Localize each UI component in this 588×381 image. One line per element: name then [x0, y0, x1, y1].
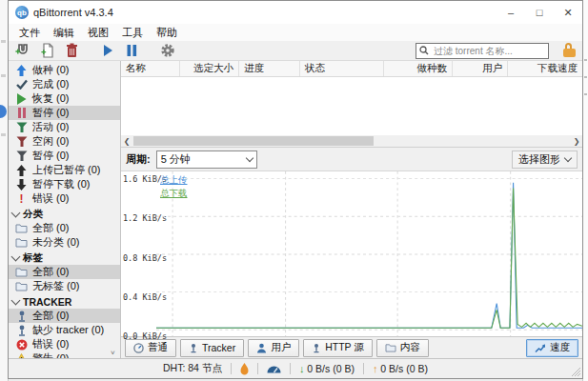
folder-icon	[15, 280, 28, 292]
sidebar-category-uncategorized[interactable]: 未分类 (0)	[9, 235, 120, 250]
minimize-button[interactable]: –	[497, 1, 525, 24]
status-bar: DHT: 84 节点 ↓ 0 B/s (0 B) ↑ 0 B/s (0 B)	[9, 358, 582, 378]
search-input[interactable]	[432, 45, 545, 57]
tags-section-header[interactable]: 标签	[9, 251, 120, 265]
sidebar-item-stalled[interactable]: 暂停 (0)	[9, 149, 120, 163]
period-combobox[interactable]: 5 分钟	[156, 150, 257, 169]
column-name[interactable]: 名称	[121, 61, 180, 76]
sidebar-category-all[interactable]: 全部 (0)	[9, 221, 120, 235]
line-chart-icon	[535, 343, 546, 353]
legend-total-upload[interactable]: 总上传	[160, 174, 188, 187]
column-down-speed[interactable]: 下载速度	[508, 61, 582, 76]
alt-speed-limits-icon[interactable]	[267, 365, 281, 373]
down-arrow-black-icon	[15, 178, 28, 190]
sidebar-item-paused[interactable]: 暂停 (0)	[9, 106, 120, 120]
graph-toolbar: 周期: 5 分钟 选择图形	[121, 148, 582, 170]
pause-icon[interactable]	[124, 43, 140, 59]
sidebar-item-seeding[interactable]: 做种 (0)	[9, 63, 120, 77]
speed-graph: 1.6 KiB/s 1.2 KiB/s 0.8 KiB/s 0.4 KiB/s …	[121, 170, 582, 337]
main-panel: 名称 选定大小 进度 状态 做种数 用户 下载速度 ❮ ❯ 周期:	[121, 61, 582, 358]
tab-peers[interactable]: 用户	[248, 339, 299, 357]
column-progress[interactable]: 进度	[239, 61, 300, 76]
sidebar-tag-all[interactable]: 全部 (0)	[9, 265, 120, 279]
add-torrent-link-icon[interactable]	[14, 43, 30, 59]
sidebar-tracker-all[interactable]: 全部 (0)	[9, 309, 120, 323]
tracker-icon	[15, 310, 28, 322]
tab-trackers[interactable]: Tracker	[180, 339, 244, 357]
sidebar-item-stalled-uploading[interactable]: 上传已暂停 (0)	[9, 163, 120, 177]
sidebar-item-stalled-downloading[interactable]: 暂停下载 (0)	[9, 177, 120, 191]
up-arrow-black-icon	[15, 164, 28, 176]
resize-grip[interactable]	[571, 367, 580, 376]
toolbar	[9, 41, 582, 61]
chevron-down-icon	[11, 209, 21, 218]
resume-icon[interactable]	[99, 43, 115, 59]
search-icon	[419, 46, 429, 55]
tab-content[interactable]: 内容	[376, 339, 429, 357]
sidebar-tracker-trackerless[interactable]: 缺少 tracker (0)	[9, 323, 120, 337]
scroll-left-icon[interactable]: ❮	[121, 135, 132, 147]
tab-http-sources[interactable]: HTTP 源	[303, 339, 373, 357]
column-selected-size[interactable]: 选定大小	[180, 61, 239, 76]
sidebar-item-inactive[interactable]: 空闲 (0)	[9, 134, 120, 149]
sidebar-tag-untagged[interactable]: 无标签 (0)	[9, 279, 120, 293]
sidebar-item-resumed[interactable]: 恢复 (0)	[9, 91, 120, 106]
person-icon	[256, 343, 267, 353]
sidebar-tracker-warning[interactable]: 警告 (0)	[9, 351, 120, 358]
add-torrent-file-icon[interactable]	[39, 43, 55, 59]
properties-tabs: 普通 Tracker 用户 HTTP 源 内容	[121, 337, 582, 358]
horizontal-scrollbar[interactable]: ❮ ❯	[121, 135, 582, 147]
menu-tools[interactable]: 工具	[115, 26, 150, 40]
sidebar-item-errored[interactable]: ! 错误 (0)	[9, 191, 120, 206]
menu-file[interactable]: 文件	[12, 26, 47, 40]
qbittorrent-window: qb qBittorrent v4.3.4 – □ ✕ 文件 编辑 视图 工具 …	[8, 0, 583, 379]
window-title: qBittorrent v4.3.4	[33, 7, 113, 18]
gauge-icon	[133, 343, 144, 353]
torrent-list-empty[interactable]	[121, 77, 582, 135]
qbittorrent-logo-icon: qb	[15, 6, 29, 19]
column-seeds[interactable]: 做种数	[384, 61, 453, 76]
sidebar-item-completed[interactable]: 完成 (0)	[9, 77, 120, 91]
download-speed-stat[interactable]: ↓ 0 B/s (0 B)	[299, 363, 355, 374]
folder-icon	[15, 266, 28, 278]
options-gear-icon[interactable]	[159, 43, 175, 59]
tab-general[interactable]: 普通	[125, 339, 176, 357]
checkmark-icon	[15, 78, 28, 90]
http-source-icon	[312, 343, 321, 353]
speed-graph-legend: 总上传 总下载	[160, 174, 188, 200]
chevron-down-icon	[11, 252, 21, 262]
pause-red-icon	[15, 107, 28, 119]
chevron-down-icon	[245, 154, 253, 162]
download-arrow-icon: ↓	[299, 363, 305, 374]
column-status[interactable]: 状态	[300, 61, 384, 76]
delete-icon[interactable]	[64, 43, 80, 59]
select-graphs-button[interactable]: 选择图形	[512, 150, 578, 169]
title-bar[interactable]: qb qBittorrent v4.3.4 – □ ✕	[9, 1, 582, 24]
trackers-section-header[interactable]: TRACKER	[9, 295, 120, 309]
menu-help[interactable]: 帮助	[150, 26, 184, 40]
sidebar-item-active[interactable]: 活动 (0)	[9, 120, 120, 134]
torrent-table-header: 名称 选定大小 进度 状态 做种数 用户 下载速度	[121, 61, 582, 77]
sidebar-scroll-down-icon[interactable]: ˅	[111, 350, 117, 356]
close-button[interactable]: ✕	[554, 1, 582, 24]
column-peers[interactable]: 用户	[453, 61, 508, 76]
upload-speed-stat[interactable]: ↑ 0 B/s (0 B)	[373, 363, 428, 374]
speed-graph-y-axis: 1.6 KiB/s 1.2 KiB/s 0.8 KiB/s 0.4 KiB/s …	[121, 171, 156, 336]
torrent-table: 名称 选定大小 进度 状态 做种数 用户 下载速度 ❮ ❯	[121, 61, 582, 148]
folder-icon	[15, 222, 28, 234]
menu-bar: 文件 编辑 视图 工具 帮助	[9, 24, 582, 41]
legend-total-download[interactable]: 总下载	[160, 188, 188, 200]
connection-status-icon[interactable]	[240, 363, 249, 375]
categories-section-header[interactable]: 分类	[9, 208, 120, 221]
scrollbar-thumb[interactable]	[133, 136, 374, 146]
torrent-filter-searchbox[interactable]	[416, 43, 549, 59]
lock-icon[interactable]	[562, 43, 577, 58]
menu-view[interactable]: 视图	[81, 26, 115, 40]
menu-edit[interactable]: 编辑	[47, 26, 81, 40]
scroll-right-icon[interactable]: ❯	[571, 135, 582, 147]
sidebar-tracker-error[interactable]: 错误 (0)	[9, 337, 120, 351]
tab-speed[interactable]: 速度	[526, 339, 578, 357]
maximize-button[interactable]: □	[525, 1, 554, 24]
upload-arrow-icon: ↑	[373, 363, 378, 374]
up-arrow-blue-icon	[15, 64, 28, 76]
